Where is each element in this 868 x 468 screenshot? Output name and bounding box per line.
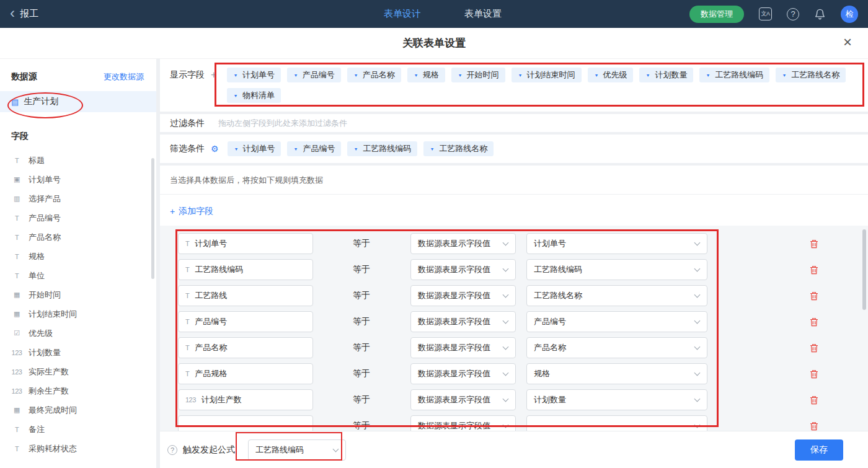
source-type-value: 数据源表显示字段值 (418, 264, 490, 275)
source-field-select[interactable]: 工艺路线名称 (526, 285, 707, 306)
field-item[interactable]: T产品编号 (0, 208, 156, 227)
display-chip[interactable]: ▼物料清单 (227, 88, 281, 103)
field-item[interactable]: T单位 (0, 266, 156, 285)
add-field-label: 添加字段 (179, 206, 213, 217)
source-field-select[interactable]: 计划数量 (526, 389, 707, 410)
source-field-select[interactable]: 规格 (526, 363, 707, 384)
trash-icon[interactable] (809, 317, 819, 327)
trash-icon[interactable] (809, 239, 819, 249)
help-icon[interactable]: ? (787, 8, 799, 20)
field-item[interactable]: ☑优先级 (0, 324, 156, 343)
add-field-button[interactable]: + 添加字段 (160, 195, 241, 226)
source-type-select[interactable]: 数据源表显示字段值 (410, 311, 516, 332)
display-chip[interactable]: ▼产品名称 (347, 68, 401, 82)
source-type-select[interactable]: 数据源表显示字段值 (410, 285, 516, 306)
rules-scrollbar[interactable] (862, 229, 866, 310)
screening-chip[interactable]: ▼计划单号 (228, 141, 281, 156)
text-field-icon: T (185, 318, 189, 325)
display-chip[interactable]: ▼工艺路线编码 (699, 68, 769, 82)
avatar[interactable]: 检 (841, 6, 858, 23)
display-chip[interactable]: ▼开始时间 (451, 68, 505, 82)
source-field-select[interactable]: 计划单号 (526, 233, 707, 254)
display-chip[interactable]: ▼计划结束时间 (512, 68, 582, 82)
tab-form-design[interactable]: 表单设计 (383, 6, 422, 22)
close-icon[interactable]: × (843, 35, 852, 50)
target-field-name: 计划生产数 (202, 394, 242, 405)
source-type-select[interactable]: 数据源表显示字段值 (410, 337, 516, 358)
display-chip[interactable]: ▼规格 (407, 68, 445, 82)
chip-label: 工艺路线编码 (715, 69, 763, 81)
field-item[interactable]: 123剩余生产数 (0, 381, 156, 400)
field-item[interactable]: T采购耗材状态 (0, 439, 156, 458)
trash-icon[interactable] (809, 395, 819, 405)
target-field-input[interactable]: T产品编号 (178, 311, 313, 332)
display-chip[interactable]: ▼计划数量 (639, 68, 693, 82)
display-chip[interactable]: ▼优先级 (588, 68, 634, 82)
fill-rules-section: 当选择具体数据后，将按如下规则填充数据 + 添加字段 T计划单号 等于 数据源表… (160, 166, 868, 431)
fill-rule-row: T产品规格 等于 数据源表显示字段值 规格 (160, 361, 868, 387)
change-datasource-link[interactable]: 更改数据源 (104, 71, 144, 82)
source-field-select[interactable]: 产品编号 (526, 311, 707, 332)
target-field-input[interactable]: T工艺路线编码 (178, 259, 313, 280)
field-label: 优先级 (29, 328, 53, 339)
target-field-input[interactable]: 123计划生产数 (178, 389, 313, 410)
screening-chip[interactable]: ▼产品编号 (287, 141, 341, 156)
gear-icon[interactable]: ⚙ (211, 144, 219, 154)
field-item[interactable]: ▥选择产品 (0, 189, 156, 208)
source-field-select[interactable]: 工艺路线编码 (526, 259, 707, 280)
source-type-select[interactable]: 数据源表显示字段值 (410, 415, 516, 431)
datasource-item-production-plan[interactable]: ▤ 生产计划 (0, 91, 156, 112)
field-item[interactable]: T备注 (0, 420, 156, 439)
target-field-input[interactable] (178, 415, 313, 431)
source-type-select[interactable]: 数据源表显示字段值 (410, 233, 516, 254)
field-list: T标题 ▣计划单号 ▥选择产品 T产品编号 T产品名称 T规格 T单位 ▦开始时… (0, 151, 156, 458)
sidebar-scrollbar[interactable] (151, 158, 154, 279)
field-item[interactable]: ▦开始时间 (0, 285, 156, 304)
source-type-select[interactable]: 数据源表显示字段值 (410, 259, 516, 280)
chevron-down-icon (503, 422, 509, 428)
screening-chip[interactable]: ▼工艺路线名称 (423, 141, 494, 156)
source-type-select[interactable]: 数据源表显示字段值 (410, 389, 516, 410)
source-type-select[interactable]: 数据源表显示字段值 (410, 363, 516, 384)
target-field-input[interactable]: T计划单号 (178, 233, 313, 254)
tab-form-settings[interactable]: 表单设置 (463, 6, 503, 22)
screening-conditions-section: 筛选条件 ⚙ ▼计划单号 ▼产品编号 ▼工艺路线编码 ▼工艺路线名称 (160, 135, 868, 163)
field-item[interactable]: ▦最终完成时间 (0, 400, 156, 420)
display-chip[interactable]: ▼工艺路线名称 (776, 68, 846, 82)
translate-icon[interactable]: 文A (759, 7, 772, 20)
equals-label: 等于 (353, 316, 387, 327)
display-field-chips: ▼计划单号 ▼产品编号 ▼产品名称 ▼规格 ▼开始时间 ▼计划结束时间 ▼优先级… (227, 65, 858, 105)
field-item[interactable]: T标题 (0, 151, 156, 170)
target-field-input[interactable]: T工艺路线 (178, 285, 313, 306)
trash-icon[interactable] (809, 291, 819, 301)
field-label: 计划单号 (29, 174, 61, 185)
field-item[interactable]: T规格 (0, 247, 156, 266)
screening-chip[interactable]: ▼工艺路线编码 (347, 141, 417, 156)
source-field-select[interactable]: 产品名称 (526, 337, 707, 358)
target-field-input[interactable]: T产品名称 (178, 337, 313, 358)
chip-label: 工艺路线编码 (363, 143, 411, 154)
target-field-input[interactable]: T产品规格 (178, 363, 313, 384)
trash-icon[interactable] (809, 343, 819, 353)
trigger-field-select[interactable]: 工艺路线编码 (248, 439, 346, 461)
field-item[interactable]: ▦计划结束时间 (0, 304, 156, 324)
field-item[interactable]: 123实际生产数 (0, 362, 156, 381)
field-item[interactable]: T产品名称 (0, 227, 156, 247)
trash-icon[interactable] (809, 421, 819, 431)
data-manage-button[interactable]: 数据管理 (689, 6, 744, 23)
save-button[interactable]: 保存 (795, 439, 843, 461)
fill-rule-row-partial: 等于 数据源表显示字段值 (160, 413, 868, 431)
add-display-field-button[interactable]: + (211, 69, 216, 105)
bell-icon[interactable] (814, 8, 826, 20)
field-item[interactable]: 123计划数量 (0, 343, 156, 362)
fill-rule-row: T产品名称 等于 数据源表显示字段值 产品名称 (160, 335, 868, 361)
trash-icon[interactable] (809, 369, 819, 379)
trash-icon[interactable] (809, 265, 819, 275)
text-field-icon: T (11, 253, 22, 260)
source-field-select[interactable] (526, 415, 707, 431)
help-icon[interactable]: ? (167, 445, 177, 455)
display-chip[interactable]: ▼计划单号 (227, 68, 281, 82)
display-chip[interactable]: ▼产品编号 (287, 68, 341, 82)
field-item[interactable]: ▣计划单号 (0, 170, 156, 189)
back-button[interactable]: ‹ 报工 (10, 7, 38, 20)
